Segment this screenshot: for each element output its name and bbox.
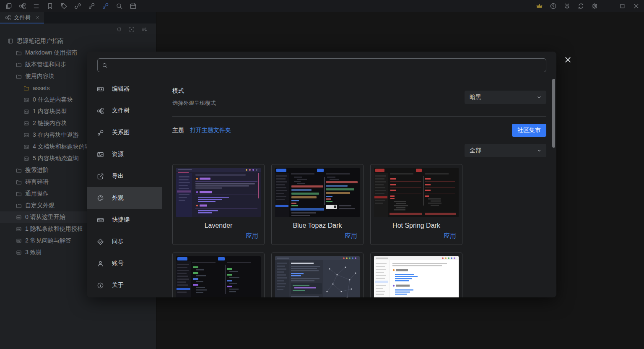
theme-card-grid: Lavender 应用 Blue Topaz Dark 应用 <box>172 164 546 297</box>
theme-card-lavender[interactable]: Lavender 应用 <box>172 164 265 245</box>
settings-tab-account[interactable]: 账号 <box>87 253 162 274</box>
settings-search-input[interactable] <box>112 62 542 69</box>
mode-description: 选择外观呈现模式 <box>172 99 216 107</box>
settings-tab-appearance[interactable]: 外观 <box>87 187 162 209</box>
theme-preview <box>374 168 459 217</box>
settings-sidebar: 编辑器 文件树 关系图 资源 导出 外观 快捷键 同步 账号 关于 <box>87 78 162 297</box>
settings-tab-label: 同步 <box>112 238 124 245</box>
mode-select-value: 暗黑 <box>470 94 481 101</box>
dialog-scrollbar[interactable] <box>552 79 555 148</box>
theme-name: Lavender <box>173 222 264 229</box>
settings-tab-label: 资源 <box>112 151 124 158</box>
settings-tab-label: 导出 <box>112 172 124 180</box>
settings-tab-label: 编辑器 <box>112 85 130 93</box>
theme-preview <box>176 168 261 217</box>
theme-filter-value: 全部 <box>470 147 481 154</box>
theme-card[interactable]: 应用 <box>172 253 265 297</box>
theme-preview <box>176 256 261 297</box>
mode-title: 模式 <box>172 87 216 95</box>
chevron-down-icon <box>536 94 542 100</box>
theme-name: Blue Topaz Dark <box>272 222 363 229</box>
settings-tab-sync[interactable]: 同步 <box>87 231 162 253</box>
settings-tab-label: 关系图 <box>112 129 130 136</box>
chevron-down-icon <box>536 148 542 154</box>
theme-card-hot-spring-dark[interactable]: Hot Spring Dark 应用 <box>370 164 462 245</box>
settings-tab-label: 账号 <box>112 260 124 267</box>
theme-filter-select[interactable]: 全部 <box>465 144 546 157</box>
search-icon <box>102 63 108 68</box>
settings-tab-label: 快捷键 <box>112 216 130 224</box>
app-window: 文件树 思源笔记用户指南 Markdown 使用指南 版本管理和同步 使用内容块… <box>0 0 644 349</box>
settings-tab-about[interactable]: 关于 <box>87 274 162 296</box>
open-theme-folder-link[interactable]: 打开主题文件夹 <box>190 127 231 134</box>
settings-tab-label: 关于 <box>112 281 124 289</box>
theme-card-blue-topaz-dark[interactable]: Blue Topaz Dark 应用 <box>271 164 364 245</box>
theme-card[interactable]: 应用 <box>370 253 462 297</box>
section-divider <box>172 116 546 117</box>
dialog-body: 编辑器 文件树 关系图 资源 导出 外观 快捷键 同步 账号 关于 模式 选择外… <box>87 78 556 297</box>
settings-tab-graph[interactable]: 关系图 <box>87 122 162 143</box>
apply-theme-link[interactable]: 应用 <box>345 232 363 245</box>
community-market-button[interactable]: 社区集市 <box>512 124 546 137</box>
settings-tab-assets[interactable]: 资源 <box>87 143 162 165</box>
settings-dialog: 编辑器 文件树 关系图 资源 导出 外观 快捷键 同步 账号 关于 模式 选择外… <box>87 52 556 297</box>
appearance-panel: 模式 选择外观呈现模式 暗黑 主题 打开主题文件夹 社区集市 <box>162 78 556 297</box>
apply-theme-link[interactable]: 应用 <box>444 232 462 245</box>
settings-tab-export[interactable]: 导出 <box>87 165 162 187</box>
settings-tab-keymap[interactable]: 快捷键 <box>87 209 162 231</box>
theme-name: Hot Spring Dark <box>371 222 462 229</box>
theme-preview <box>275 168 360 217</box>
settings-tab-label: 文件树 <box>112 107 130 115</box>
theme-label: 主题 <box>172 127 184 134</box>
theme-preview <box>275 256 360 297</box>
settings-tab-label: 外观 <box>112 194 124 202</box>
settings-tab-editor[interactable]: 编辑器 <box>87 78 162 100</box>
dialog-search-area <box>87 52 556 78</box>
settings-search-box[interactable] <box>97 58 546 72</box>
settings-tab-file-tree[interactable]: 文件树 <box>87 100 162 122</box>
theme-preview <box>374 256 459 297</box>
apply-theme-link[interactable]: 应用 <box>246 232 264 245</box>
dialog-close-icon[interactable] <box>562 54 573 65</box>
mode-select[interactable]: 暗黑 <box>465 91 546 104</box>
theme-card[interactable]: 应用 <box>271 253 364 297</box>
